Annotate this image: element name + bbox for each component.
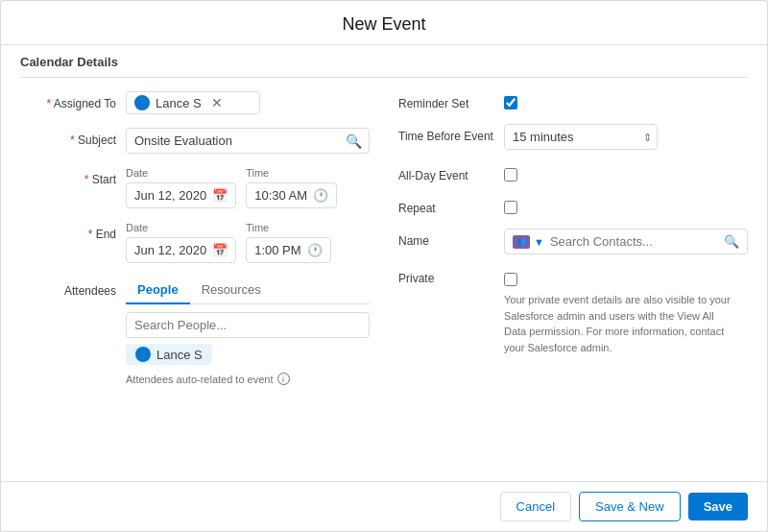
name-row: Name 👥 ▼ 🔍 — [398, 229, 748, 254]
chevron-down-icon: ▼ — [534, 236, 544, 248]
repeat-checkbox-wrap — [504, 196, 748, 214]
private-row: Private Your private event details are a… — [398, 268, 748, 355]
cancel-button[interactable]: Cancel — [500, 492, 571, 521]
reminder-set-control — [504, 91, 748, 109]
remove-assigned-button[interactable]: ✕ — [211, 95, 223, 110]
name-label: Name — [398, 229, 504, 248]
modal-title: New Event — [1, 1, 767, 45]
private-checkbox-wrap — [504, 268, 748, 286]
subject-row: * Subject 🔍 — [20, 128, 370, 154]
assigned-to-tag[interactable]: 👤 Lance S ✕ — [126, 91, 260, 114]
end-date-group: Date Jun 12, 2020 📅 — [126, 222, 236, 263]
reminder-set-label: Reminder Set — [398, 91, 504, 110]
name-control: 👥 ▼ 🔍 — [504, 229, 748, 254]
start-date-input[interactable]: Jun 12, 2020 📅 — [126, 182, 236, 208]
modal-footer: Cancel Save & New Save — [1, 481, 767, 531]
attendee-name: Lance S — [156, 348, 203, 362]
calendar-icon-end: 📅 — [212, 243, 228, 257]
assigned-to-label: * Assigned To — [20, 91, 126, 110]
start-time-sublabel: Time — [246, 167, 337, 179]
start-time-group: Time 10:30 AM 🕐 — [246, 167, 337, 208]
reminder-set-checkbox[interactable] — [504, 96, 517, 109]
modal-title-text: New Event — [342, 14, 425, 34]
assigned-to-name: Lance S — [156, 96, 202, 110]
subject-label: * Subject — [20, 128, 126, 147]
start-label: * Start — [20, 167, 126, 186]
end-date-value: Jun 12, 2020 — [134, 243, 206, 257]
attendees-label: Attendees — [20, 277, 126, 298]
start-time-input[interactable]: 10:30 AM 🕐 — [246, 182, 337, 208]
calendar-icon-start: 📅 — [212, 188, 228, 203]
save-button[interactable]: Save — [688, 493, 748, 520]
end-control: Date Jun 12, 2020 📅 Time 1:00 PM — [126, 222, 370, 263]
start-date-value: Jun 12, 2020 — [134, 188, 206, 203]
attendees-control: People Resources 👤 Lance S — [126, 277, 370, 385]
subject-input[interactable] — [126, 128, 370, 154]
reminder-set-row: Reminder Set — [398, 91, 748, 110]
all-day-checkbox[interactable] — [504, 168, 517, 181]
contact-type-icon: 👥 — [513, 235, 530, 249]
repeat-control — [504, 196, 748, 214]
all-day-checkbox-wrap — [504, 163, 748, 181]
private-label: Private — [398, 268, 504, 285]
time-before-label: Time Before Event — [398, 124, 504, 143]
end-label: * End — [20, 222, 126, 241]
name-search-wrap: 👥 ▼ 🔍 — [504, 229, 748, 254]
repeat-row: Repeat — [398, 196, 748, 215]
time-before-control: 15 minutes 1 hour 1 day — [504, 124, 748, 150]
contact-type-button[interactable]: 👥 ▼ — [513, 235, 544, 249]
start-date-sublabel: Date — [126, 167, 236, 179]
subject-input-wrap: 🔍 — [126, 128, 370, 154]
end-time-value: 1:00 PM — [254, 243, 300, 257]
clock-icon-start: 🕐 — [313, 188, 328, 203]
assigned-user-icon: 👤 — [134, 95, 150, 110]
start-row: * Start Date Jun 12, 2020 📅 — [20, 167, 370, 208]
end-time-group: Time 1:00 PM 🕐 — [246, 222, 330, 263]
modal-body: Calendar Details * Assigned To 👤 Lance S — [1, 45, 767, 481]
search-people-input[interactable] — [126, 312, 370, 338]
all-day-row: All-Day Event — [398, 163, 748, 182]
time-before-select-wrap: 15 minutes 1 hour 1 day — [504, 124, 658, 150]
search-contacts-input[interactable] — [550, 234, 718, 249]
start-control: Date Jun 12, 2020 📅 Time 10:30 AM — [126, 167, 370, 208]
all-day-label: All-Day Event — [398, 163, 504, 182]
info-icon[interactable]: i — [277, 373, 290, 385]
start-date-group: Date Jun 12, 2020 📅 — [126, 167, 236, 208]
end-datetime-row: Date Jun 12, 2020 📅 Time 1:00 PM — [126, 222, 370, 263]
reminder-checkbox-wrap — [504, 91, 748, 109]
end-time-input[interactable]: 1:00 PM 🕐 — [246, 237, 330, 263]
tab-resources[interactable]: Resources — [190, 277, 273, 304]
search-icon: 🔍 — [346, 133, 362, 149]
section-header-calendar: Calendar Details — [20, 45, 748, 78]
private-control: Your private event details are also visi… — [504, 268, 748, 355]
clock-icon-end: 🕐 — [307, 243, 323, 257]
assigned-to-control: 👤 Lance S ✕ — [126, 91, 370, 114]
time-before-row: Time Before Event 15 minutes 1 hour 1 da… — [398, 124, 748, 150]
attendees-tabs: People Resources — [126, 277, 370, 304]
end-date-input[interactable]: Jun 12, 2020 📅 — [126, 237, 236, 263]
repeat-label: Repeat — [398, 196, 504, 215]
tab-people[interactable]: People — [126, 277, 190, 304]
auto-related-note: Attendees auto-related to event i — [126, 373, 370, 385]
left-column: * Assigned To 👤 Lance S ✕ * — [20, 91, 370, 399]
start-time-value: 10:30 AM — [254, 188, 307, 203]
right-column: Reminder Set Time Before Event — [398, 91, 748, 399]
time-before-select[interactable]: 15 minutes 1 hour 1 day — [504, 124, 658, 150]
subject-control: 🔍 — [126, 128, 370, 154]
all-day-control — [504, 163, 748, 181]
attendees-row: Attendees People Resources — [20, 277, 370, 385]
save-and-new-button[interactable]: Save & New — [579, 492, 681, 521]
end-row: * End Date Jun 12, 2020 📅 — [20, 222, 370, 263]
search-contacts-icon: 🔍 — [724, 234, 739, 249]
assigned-to-row: * Assigned To 👤 Lance S ✕ — [20, 91, 370, 114]
start-datetime-row: Date Jun 12, 2020 📅 Time 10:30 AM — [126, 167, 370, 208]
attendee-user-icon: 👤 — [135, 347, 151, 362]
end-date-sublabel: Date — [126, 222, 236, 233]
private-checkbox[interactable] — [504, 273, 517, 286]
repeat-checkbox[interactable] — [504, 201, 517, 214]
private-note: Your private event details are also visi… — [504, 292, 734, 355]
new-event-modal: New Event Calendar Details * Assigned To — [0, 0, 768, 532]
attendee-tag: 👤 Lance S — [126, 344, 212, 365]
end-time-sublabel: Time — [246, 222, 330, 233]
